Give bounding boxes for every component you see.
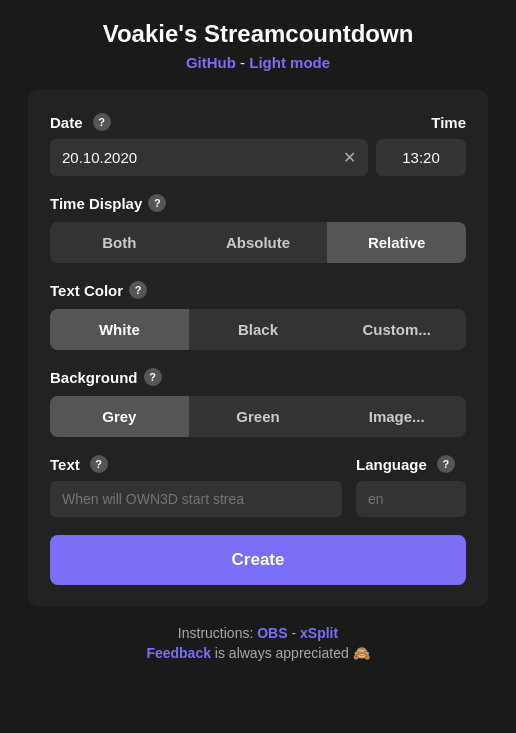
date-input-wrap: ✕ [50, 139, 368, 176]
background-help-icon[interactable]: ? [144, 368, 162, 386]
feedback-link[interactable]: Feedback [146, 645, 211, 661]
text-color-black-btn[interactable]: Black [189, 309, 328, 350]
time-display-relative-btn[interactable]: Relative [327, 222, 466, 263]
text-color-label: Text Color [50, 282, 123, 299]
language-field: Language ? [356, 455, 466, 517]
text-help-icon[interactable]: ? [90, 455, 108, 473]
obs-link[interactable]: OBS [257, 625, 287, 641]
create-button[interactable]: Create [50, 535, 466, 585]
time-display-label: Time Display [50, 195, 142, 212]
language-label-row: Language ? [356, 455, 466, 473]
background-label-row: Background ? [50, 368, 466, 386]
background-grey-btn[interactable]: Grey [50, 396, 189, 437]
main-card: Date ? Time ✕ Time Display ? Both Absolu… [28, 89, 488, 607]
date-time-row: ✕ [50, 139, 466, 176]
page-links: GitHub - Light mode [186, 54, 330, 71]
time-display-btn-group: Both Absolute Relative [50, 222, 466, 263]
footer: Instructions: OBS - xSplit Feedback is a… [146, 625, 369, 661]
text-color-custom-btn[interactable]: Custom... [327, 309, 466, 350]
date-time-header: Date ? Time [50, 113, 466, 131]
feedback-suffix: is always appreciated 🙈 [215, 645, 370, 661]
instructions-text: Instructions: [178, 625, 253, 641]
xsplit-link[interactable]: xSplit [300, 625, 338, 641]
background-label: Background [50, 369, 138, 386]
text-input[interactable] [50, 481, 342, 517]
text-color-btn-group: White Black Custom... [50, 309, 466, 350]
text-language-section: Text ? Language ? [50, 455, 466, 517]
text-field: Text ? [50, 455, 342, 517]
clear-button[interactable]: ✕ [339, 148, 360, 168]
github-link[interactable]: GitHub [186, 54, 236, 71]
date-label-row: Date ? [50, 113, 111, 131]
text-color-label-row: Text Color ? [50, 281, 466, 299]
time-header-label: Time [431, 114, 466, 131]
background-image-btn[interactable]: Image... [327, 396, 466, 437]
background-green-btn[interactable]: Green [189, 396, 328, 437]
text-label: Text [50, 456, 80, 473]
text-color-help-icon[interactable]: ? [129, 281, 147, 299]
footer-feedback: Feedback is always appreciated 🙈 [146, 645, 369, 661]
date-label: Date [50, 114, 83, 131]
date-help-icon[interactable]: ? [93, 113, 111, 131]
time-display-help-icon[interactable]: ? [148, 194, 166, 212]
background-btn-group: Grey Green Image... [50, 396, 466, 437]
text-label-row: Text ? [50, 455, 342, 473]
time-input[interactable] [376, 139, 466, 176]
page-title: Voakie's Streamcountdown [103, 20, 414, 48]
language-label: Language [356, 456, 427, 473]
footer-separator: - [291, 625, 300, 641]
text-color-white-btn[interactable]: White [50, 309, 189, 350]
light-mode-link[interactable]: Light mode [249, 54, 330, 71]
time-display-absolute-btn[interactable]: Absolute [189, 222, 328, 263]
time-display-label-row: Time Display ? [50, 194, 466, 212]
footer-instructions: Instructions: OBS - xSplit [146, 625, 369, 641]
date-input[interactable] [50, 139, 368, 176]
link-separator: - [240, 54, 249, 71]
language-help-icon[interactable]: ? [437, 455, 455, 473]
language-input[interactable] [356, 481, 466, 517]
time-display-both-btn[interactable]: Both [50, 222, 189, 263]
